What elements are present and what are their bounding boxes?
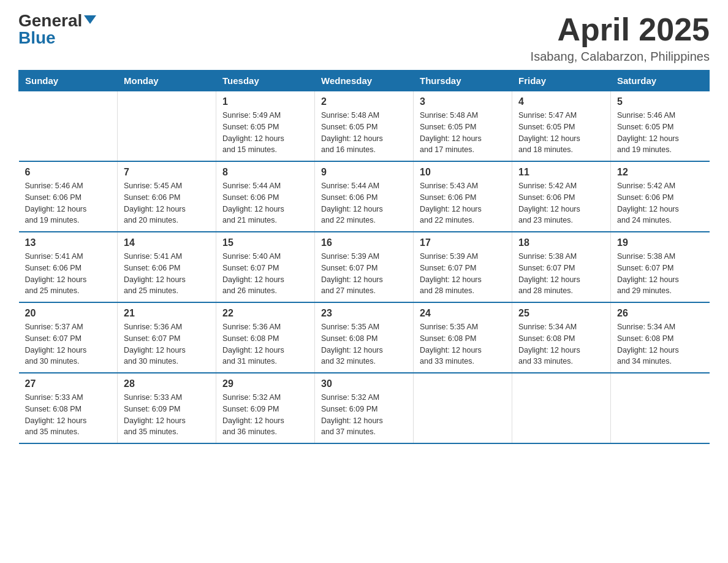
- day-number: 13: [25, 237, 112, 248]
- day-number: 10: [420, 167, 506, 178]
- day-cell: 10Sunrise: 5:43 AM Sunset: 6:06 PM Dayli…: [414, 161, 512, 232]
- day-number: 4: [518, 96, 604, 107]
- day-cell: [118, 91, 216, 162]
- day-info: Sunrise: 5:44 AM Sunset: 6:06 PM Dayligh…: [222, 180, 308, 226]
- day-cell: 21Sunrise: 5:36 AM Sunset: 6:07 PM Dayli…: [118, 302, 216, 373]
- day-cell: 26Sunrise: 5:34 AM Sunset: 6:08 PM Dayli…: [611, 302, 710, 373]
- day-info: Sunrise: 5:37 AM Sunset: 6:07 PM Dayligh…: [25, 321, 112, 367]
- day-number: 22: [222, 308, 308, 319]
- day-cell: [512, 373, 611, 443]
- day-cell: 8Sunrise: 5:44 AM Sunset: 6:06 PM Daylig…: [216, 161, 315, 232]
- day-number: 30: [321, 378, 407, 389]
- day-cell: 16Sunrise: 5:39 AM Sunset: 6:07 PM Dayli…: [315, 232, 414, 302]
- day-number: 12: [617, 167, 703, 178]
- title-section: April 2025 Isabang, Calabarzon, Philippi…: [531, 12, 710, 64]
- day-info: Sunrise: 5:41 AM Sunset: 6:06 PM Dayligh…: [124, 251, 210, 297]
- calendar-header: SundayMondayTuesdayWednesdayThursdayFrid…: [19, 71, 710, 91]
- day-number: 27: [25, 378, 112, 389]
- day-number: 16: [321, 237, 407, 248]
- page-header: General Blue April 2025 Isabang, Calabar…: [18, 12, 710, 64]
- day-cell: [611, 373, 710, 443]
- day-cell: [414, 373, 512, 443]
- day-cell: 23Sunrise: 5:35 AM Sunset: 6:08 PM Dayli…: [315, 302, 414, 373]
- week-row-5: 27Sunrise: 5:33 AM Sunset: 6:08 PM Dayli…: [19, 373, 710, 443]
- header-row: SundayMondayTuesdayWednesdayThursdayFrid…: [19, 71, 710, 91]
- day-cell: 20Sunrise: 5:37 AM Sunset: 6:07 PM Dayli…: [19, 302, 118, 373]
- day-cell: 11Sunrise: 5:42 AM Sunset: 6:06 PM Dayli…: [512, 161, 611, 232]
- day-info: Sunrise: 5:44 AM Sunset: 6:06 PM Dayligh…: [321, 180, 407, 226]
- day-number: 28: [124, 378, 210, 389]
- day-cell: 7Sunrise: 5:45 AM Sunset: 6:06 PM Daylig…: [118, 161, 216, 232]
- calendar-table: SundayMondayTuesdayWednesdayThursdayFrid…: [18, 70, 710, 444]
- day-number: 1: [222, 96, 308, 107]
- calendar-body: 1Sunrise: 5:49 AM Sunset: 6:05 PM Daylig…: [19, 91, 710, 444]
- week-row-2: 6Sunrise: 5:46 AM Sunset: 6:06 PM Daylig…: [19, 161, 710, 232]
- day-info: Sunrise: 5:42 AM Sunset: 6:06 PM Dayligh…: [518, 180, 604, 226]
- day-info: Sunrise: 5:40 AM Sunset: 6:07 PM Dayligh…: [222, 251, 308, 297]
- day-info: Sunrise: 5:49 AM Sunset: 6:05 PM Dayligh…: [222, 110, 308, 156]
- day-cell: 28Sunrise: 5:33 AM Sunset: 6:09 PM Dayli…: [118, 373, 216, 443]
- day-number: 25: [518, 308, 604, 319]
- day-info: Sunrise: 5:35 AM Sunset: 6:08 PM Dayligh…: [420, 321, 506, 367]
- day-cell: 22Sunrise: 5:36 AM Sunset: 6:08 PM Dayli…: [216, 302, 315, 373]
- day-info: Sunrise: 5:36 AM Sunset: 6:07 PM Dayligh…: [124, 321, 210, 367]
- day-cell: 2Sunrise: 5:48 AM Sunset: 6:05 PM Daylig…: [315, 91, 414, 162]
- day-cell: 17Sunrise: 5:39 AM Sunset: 6:07 PM Dayli…: [414, 232, 512, 302]
- week-row-1: 1Sunrise: 5:49 AM Sunset: 6:05 PM Daylig…: [19, 91, 710, 162]
- day-cell: [19, 91, 118, 162]
- day-cell: 5Sunrise: 5:46 AM Sunset: 6:05 PM Daylig…: [611, 91, 710, 162]
- day-info: Sunrise: 5:47 AM Sunset: 6:05 PM Dayligh…: [518, 110, 604, 156]
- day-cell: 29Sunrise: 5:32 AM Sunset: 6:09 PM Dayli…: [216, 373, 315, 443]
- day-number: 20: [25, 308, 112, 319]
- day-cell: 30Sunrise: 5:32 AM Sunset: 6:09 PM Dayli…: [315, 373, 414, 443]
- day-info: Sunrise: 5:33 AM Sunset: 6:09 PM Dayligh…: [124, 392, 210, 438]
- day-info: Sunrise: 5:48 AM Sunset: 6:05 PM Dayligh…: [420, 110, 506, 156]
- day-cell: 14Sunrise: 5:41 AM Sunset: 6:06 PM Dayli…: [118, 232, 216, 302]
- day-info: Sunrise: 5:33 AM Sunset: 6:08 PM Dayligh…: [25, 392, 112, 438]
- day-cell: 15Sunrise: 5:40 AM Sunset: 6:07 PM Dayli…: [216, 232, 315, 302]
- week-row-3: 13Sunrise: 5:41 AM Sunset: 6:06 PM Dayli…: [19, 232, 710, 302]
- day-cell: 19Sunrise: 5:38 AM Sunset: 6:07 PM Dayli…: [611, 232, 710, 302]
- day-number: 5: [617, 96, 703, 107]
- day-cell: 1Sunrise: 5:49 AM Sunset: 6:05 PM Daylig…: [216, 91, 315, 162]
- day-number: 14: [124, 237, 210, 248]
- header-cell-sunday: Sunday: [19, 71, 118, 91]
- day-info: Sunrise: 5:32 AM Sunset: 6:09 PM Dayligh…: [222, 392, 308, 438]
- day-number: 7: [124, 167, 210, 178]
- header-cell-thursday: Thursday: [414, 71, 512, 91]
- day-number: 17: [420, 237, 506, 248]
- logo: General Blue: [18, 12, 96, 47]
- header-cell-tuesday: Tuesday: [216, 71, 315, 91]
- day-info: Sunrise: 5:38 AM Sunset: 6:07 PM Dayligh…: [617, 251, 703, 297]
- day-info: Sunrise: 5:34 AM Sunset: 6:08 PM Dayligh…: [617, 321, 703, 367]
- day-info: Sunrise: 5:34 AM Sunset: 6:08 PM Dayligh…: [518, 321, 604, 367]
- day-number: 23: [321, 308, 407, 319]
- day-number: 19: [617, 237, 703, 248]
- logo-triangle-icon: [84, 15, 96, 24]
- day-cell: 6Sunrise: 5:46 AM Sunset: 6:06 PM Daylig…: [19, 161, 118, 232]
- day-number: 26: [617, 308, 703, 319]
- day-number: 24: [420, 308, 506, 319]
- day-cell: 18Sunrise: 5:38 AM Sunset: 6:07 PM Dayli…: [512, 232, 611, 302]
- day-cell: 3Sunrise: 5:48 AM Sunset: 6:05 PM Daylig…: [414, 91, 512, 162]
- day-number: 29: [222, 378, 308, 389]
- day-info: Sunrise: 5:36 AM Sunset: 6:08 PM Dayligh…: [222, 321, 308, 367]
- day-info: Sunrise: 5:41 AM Sunset: 6:06 PM Dayligh…: [25, 251, 112, 297]
- day-info: Sunrise: 5:42 AM Sunset: 6:06 PM Dayligh…: [617, 180, 703, 226]
- header-cell-saturday: Saturday: [611, 71, 710, 91]
- day-info: Sunrise: 5:39 AM Sunset: 6:07 PM Dayligh…: [321, 251, 407, 297]
- day-number: 11: [518, 167, 604, 178]
- day-cell: 25Sunrise: 5:34 AM Sunset: 6:08 PM Dayli…: [512, 302, 611, 373]
- week-row-4: 20Sunrise: 5:37 AM Sunset: 6:07 PM Dayli…: [19, 302, 710, 373]
- logo-blue-text: Blue: [18, 29, 56, 47]
- day-cell: 24Sunrise: 5:35 AM Sunset: 6:08 PM Dayli…: [414, 302, 512, 373]
- day-info: Sunrise: 5:43 AM Sunset: 6:06 PM Dayligh…: [420, 180, 506, 226]
- logo-general-text: General: [18, 12, 82, 29]
- day-cell: 12Sunrise: 5:42 AM Sunset: 6:06 PM Dayli…: [611, 161, 710, 232]
- day-number: 18: [518, 237, 604, 248]
- day-cell: 9Sunrise: 5:44 AM Sunset: 6:06 PM Daylig…: [315, 161, 414, 232]
- day-cell: 4Sunrise: 5:47 AM Sunset: 6:05 PM Daylig…: [512, 91, 611, 162]
- day-number: 6: [25, 167, 112, 178]
- day-cell: 13Sunrise: 5:41 AM Sunset: 6:06 PM Dayli…: [19, 232, 118, 302]
- day-number: 2: [321, 96, 407, 107]
